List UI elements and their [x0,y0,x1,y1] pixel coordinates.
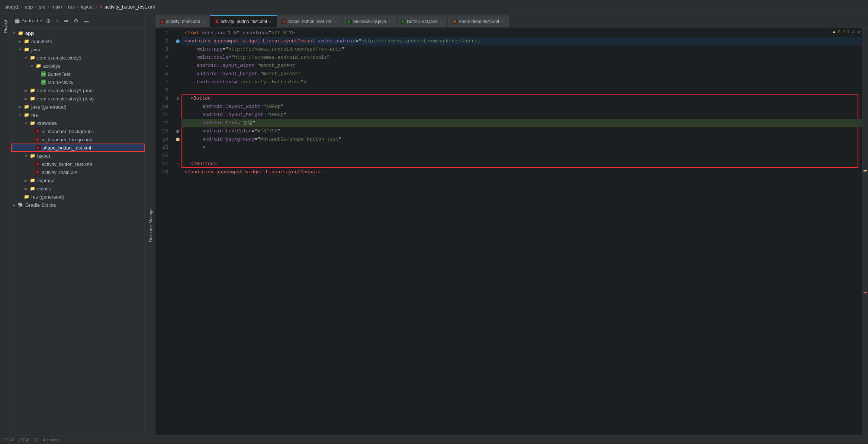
tree-item-com-example-study1[interactable]: ▼ 📁 com.example.study1 [11,54,145,62]
tab-close-buttontest[interactable]: × [439,19,443,24]
collapse-button[interactable]: ⇌ [62,17,70,25]
code-line-3: xmlns:app="http://schemas.android.com/ap… [181,45,862,54]
arrow-layout: ▼ [23,154,29,158]
fold-close-17[interactable]: ⊟ [177,162,179,166]
line-numbers: 1 2 3 4 5 6 7 8 9 10 11 12 13 14 15 16 1 [155,28,174,435]
tab-close-activity-btn-test[interactable]: × [269,19,272,24]
arrow-com-andr: ▶ [23,89,29,93]
status-indicators: ▲ 2 ✓ 1 ∧ ∨ [832,29,861,34]
code-line-5: android:layout_width="match_parent" [181,62,862,70]
tree-item-res[interactable]: ▼ 📁 res [11,111,145,119]
arrow-java: ▼ [17,48,23,52]
tab-icon-activity-btn-test: X [215,19,219,24]
folder-icon-activitys: 📁 [35,62,42,69]
expand-icon[interactable]: ∧ [852,29,855,34]
breadcrumb-layout[interactable]: layout [81,4,94,10]
tab-close-androidmanifest[interactable]: × [501,19,504,24]
android-selector[interactable]: 🤖 Android ▾ [14,18,42,23]
tab-buttontest[interactable]: C ButtonTest.java × [396,15,448,27]
tab-androidmanifest[interactable]: M AndroidManifest.xml × [448,15,509,27]
project-tab-label[interactable]: Project [2,17,9,36]
code-line-11: android:layout_height="100dp" [181,111,862,119]
breadcrumb-study1[interactable]: study1 [4,4,19,10]
arrow-java-gen: ▶ [17,105,23,109]
tree-item-mainactivity[interactable]: C MainActivity [11,78,145,86]
label-com-study1: com.example.study1 [37,55,81,61]
tree-item-ic-launcher-fg[interactable]: X ic_launcher_foreground [11,135,145,144]
folder-icon-java-gen: 📁 [23,103,30,110]
tree-item-java-generated[interactable]: ▶ 📁 java (generated) [11,103,145,111]
settings-button[interactable]: ⚙ [72,17,80,25]
folder-icon-com-andr: 📁 [29,87,36,94]
fold-arrow-9[interactable]: ⊟ [177,96,179,101]
gradle-icon: 🐘 [17,202,24,208]
breadcrumb-main[interactable]: main [51,4,62,10]
code-line-2: <androidx.appcompat.widget.LinearLayoutC… [181,37,862,45]
tree-item-ic-launcher-bg[interactable]: X ic_launcher_backgroun... [11,127,145,135]
tree-item-buttontest[interactable]: C ButtonTest [11,70,145,78]
tree-item-drawable[interactable]: ▼ 📁 drawable [11,119,145,127]
breadcrumb-file[interactable]: activity_button_test.xml [105,4,155,10]
tree-item-res-generated[interactable]: 📁 res (generated) [11,193,145,201]
editor-content[interactable]: ▲ 2 ✓ 1 ∧ ∨ 1 2 3 4 5 6 [155,28,868,435]
arrow-com-test: ▶ [23,97,29,101]
folder-icon-mipmap: 📁 [29,177,36,184]
list-button[interactable]: ≡ [54,17,60,25]
tree-item-shape-button[interactable]: X shape_button_test.xml [11,144,145,152]
label-res-gen: res (generated) [31,194,64,200]
breadcrumb-res[interactable]: res [68,4,75,10]
arrow-manifests: ▶ [17,39,23,44]
tree-item-manifests[interactable]: ▶ 📁 manifests [11,37,145,45]
tree-item-layout[interactable]: ▼ 📁 layout [11,152,145,160]
label-java-gen: java (generated) [31,104,67,110]
xml-icon-activity-btn: X [35,161,40,167]
resource-manager-label: Resource Manager [148,207,153,242]
tab-shape-button-test[interactable]: X shape_button_test.xml × [277,15,343,27]
collapse-icon[interactable]: ∨ [857,29,861,34]
tab-mainactivity[interactable]: C MainActivity.java × [343,15,396,27]
tab-label-androidmanifest: AndroidManifest.xml [459,19,499,24]
android-label: Android [22,18,38,23]
sync-button[interactable]: ⊕ [45,17,52,25]
breadcrumb-app[interactable]: app [25,4,33,10]
arrow-gradle: ▶ [11,203,17,207]
warning-count: ▲ 2 [832,29,840,34]
tree-item-values[interactable]: ▶ 📁 values [11,184,145,193]
tree-item-activitys[interactable]: ▼ 📁 activitys [11,62,145,70]
tree-item-java[interactable]: ▼ 📁 java [11,45,145,54]
tree-item-activity-btn[interactable]: X activity_button_test.xml [11,160,145,168]
tab-icon-shape-btn: X [282,19,286,24]
tab-activity-button-test[interactable]: X activity_button_test.xml × [210,15,277,27]
project-tree: ▼ 📁 app ▶ 📁 manifests ▼ 📁 java ▼ [11,28,145,435]
tree-item-activity-main[interactable]: X activity_main.xml [11,168,145,176]
tree-item-com-test[interactable]: ▶ 📁 com.example.study1 (test) [11,94,145,103]
folder-icon-com-study1: 📁 [29,54,36,61]
right-gutter [862,28,868,435]
tree-item-gradle[interactable]: ▶ 🐘 Gradle Scripts [11,201,145,209]
tab-close-shape-btn[interactable]: × [334,19,338,24]
tab-close-activity-main[interactable]: × [201,19,205,24]
resource-manager-tab[interactable]: Resource Manager [145,14,155,435]
code-lines[interactable]: <?xml version="1.0" encoding="utf-8"?> <… [181,28,862,435]
tree-item-com-andr[interactable]: ▶ 📁 com.example.study1 (andr... [11,86,145,94]
label-buttontest: ButtonTest [48,71,70,77]
close-button[interactable]: — [82,17,90,25]
project-panel: 🤖 Android ▾ ⊕ ≡ ⇌ ⚙ — ▼ 📁 app ▶ 📁 [11,14,145,435]
tab-close-mainactivity[interactable]: × [388,19,391,24]
android-icon: 🤖 [14,18,20,23]
folder-icon-app: 📁 [17,30,24,36]
tree-item-app[interactable]: ▼ 📁 app [11,29,145,37]
arrow-com-study1: ▼ [23,56,29,60]
arrow-drawable: ▼ [23,121,29,125]
code-line-16 [181,152,862,160]
tab-activity-main[interactable]: X activity_main.xml × [155,15,210,27]
tree-item-mipmap[interactable]: ▶ 📁 mipmap [11,176,145,184]
breadcrumb-sep-4: › [64,4,66,10]
label-mainactivity: MainActivity [48,80,73,85]
tab-label-buttontest: ButtonTest.java [407,19,437,24]
breadcrumb-sep-3: › [48,4,49,10]
label-com-andr: com.example.study1 (andr... [37,88,98,93]
tab-icon-activity-main: X [160,19,164,24]
breadcrumb-src[interactable]: src [39,4,45,10]
label-java: java [31,47,40,52]
